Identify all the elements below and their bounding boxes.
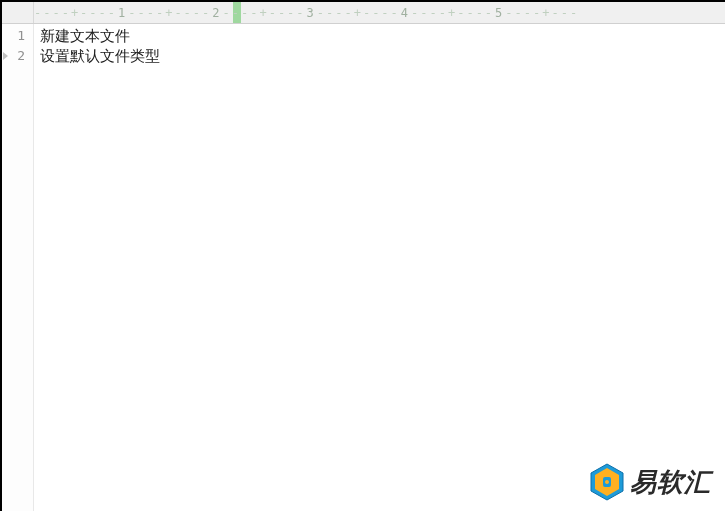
ruler-num-4: 4 xyxy=(400,6,411,20)
line-number: 2 xyxy=(2,46,33,66)
svg-point-3 xyxy=(605,480,609,484)
ruler-gutter xyxy=(2,2,34,23)
line-number-text: 2 xyxy=(17,48,25,63)
line-number: 1 xyxy=(2,26,33,46)
ruler-num-1: 1 xyxy=(117,6,128,20)
text-line[interactable]: 新建文本文件 xyxy=(40,26,725,46)
ruler-seg: ----+---- xyxy=(223,6,306,20)
ruler-track: ----+---- 1 ----+---- 2 ----+---- 3 ----… xyxy=(34,2,725,23)
line-number-text: 1 xyxy=(17,28,25,43)
text-line[interactable]: 设置默认文件类型 xyxy=(40,46,725,66)
watermark-text: 易软汇 xyxy=(630,465,711,500)
bookmark-marker-icon xyxy=(3,52,8,60)
ruler-num-3: 3 xyxy=(306,6,317,20)
ruler-seg: ----+---- xyxy=(411,6,494,20)
ruler-num-5: 5 xyxy=(494,6,505,20)
ruler-seg: ----+---- xyxy=(128,6,211,20)
watermark: 易软汇 xyxy=(590,463,711,501)
ruler-marks: ----+---- 1 ----+---- 2 ----+---- 3 ----… xyxy=(34,2,725,23)
editor-area[interactable]: 1 2 新建文本文件 设置默认文件类型 易软汇 xyxy=(2,24,725,511)
ruler[interactable]: ----+---- 1 ----+---- 2 ----+---- 3 ----… xyxy=(2,2,725,24)
ruler-num-2: 2 xyxy=(211,6,222,20)
ruler-seg: ----+---- xyxy=(34,6,117,20)
ruler-seg: ----+---- xyxy=(317,6,400,20)
ruler-seg: ----+--- xyxy=(505,6,579,20)
text-content[interactable]: 新建文本文件 设置默认文件类型 xyxy=(34,24,725,511)
line-number-gutter: 1 2 xyxy=(2,24,34,511)
hex-logo-icon xyxy=(590,463,624,501)
